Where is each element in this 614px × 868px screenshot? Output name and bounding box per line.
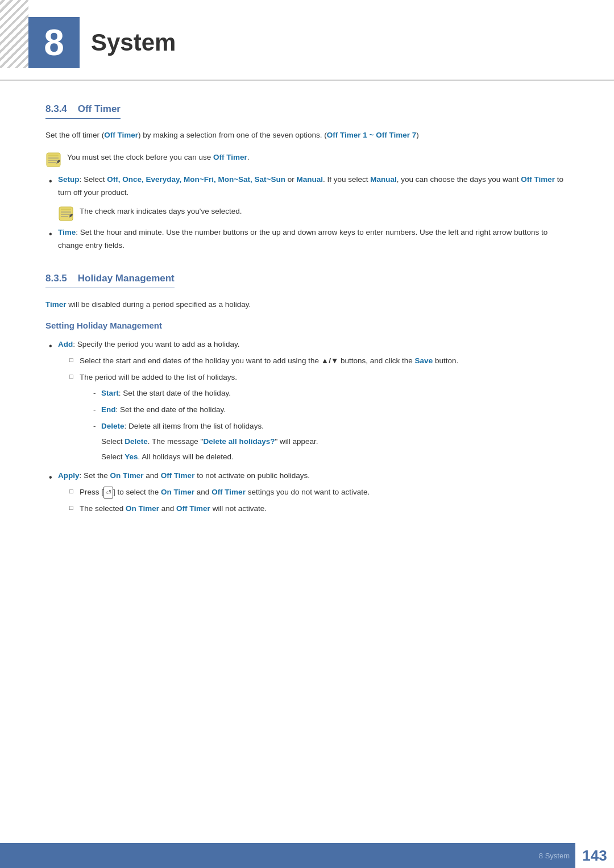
time-label: Time: [58, 228, 76, 236]
setting-holiday-heading: Setting Holiday Management: [45, 321, 569, 330]
setup-manual-2: Manual: [370, 175, 397, 184]
delete-note-2: Select Yes. All holidays will be deleted…: [101, 451, 569, 464]
note-icon-2: [58, 206, 74, 222]
setup-off-timer: Off Timer: [521, 175, 555, 184]
setup-label: Setup: [58, 175, 80, 184]
note-2-text: The check mark indicates days you've sel…: [80, 205, 242, 218]
dash-start: Start: Set the start date of the holiday…: [91, 387, 569, 400]
corner-decoration: [0, 0, 28, 68]
on-timer-hl-sub: On Timer: [161, 488, 194, 496]
section-835: 8.3.5 Holiday Management Timer will be d…: [45, 273, 569, 516]
delete-label: Delete: [101, 422, 125, 430]
section-834-time-bullet: Time: Set the hour and minute. Use the n…: [45, 226, 569, 252]
note-box-1: You must set the clock before you can us…: [45, 151, 569, 168]
footer-label: 8 System: [539, 852, 575, 860]
period-dash-list: Start: Set the start date of the holiday…: [91, 387, 569, 464]
section-834: 8.3.4 Off Timer Set the off timer (Off T…: [45, 103, 569, 252]
enter-icon: ⏎: [103, 487, 113, 499]
svg-rect-1: [48, 155, 59, 156]
on-timer-hl-apply: On Timer: [110, 471, 144, 480]
on-timer-hl-sub2: On Timer: [126, 504, 159, 513]
section-835-heading: 8.3.5 Holiday Management: [45, 273, 175, 288]
page-number: 143: [575, 843, 614, 868]
off-timer-range-hl: Off Timer 1 ~ Off Timer 7: [327, 131, 416, 139]
section-835-number: 8.3.5: [45, 273, 67, 284]
note-1-hl: Off Timer: [213, 153, 247, 161]
dash-end: End: Set the end date of the holiday.: [91, 404, 569, 417]
bullet-apply: Apply: Set the On Timer and Off Timer to…: [45, 470, 569, 516]
note-1-text: You must set the clock before you can us…: [67, 151, 249, 164]
add-sub-1: Select the start and end dates of the ho…: [69, 355, 569, 368]
add-label: Add: [58, 340, 73, 348]
section-834-bullets: Setup: Select Off, Once, Everyday, Mon~F…: [45, 173, 569, 200]
bullet-time: Time: Set the hour and minute. Use the n…: [45, 226, 569, 252]
start-label: Start: [101, 389, 119, 397]
add-sub-list: Select the start and end dates of the ho…: [69, 355, 569, 464]
yes-hl: Yes: [125, 452, 138, 461]
dash-delete: Delete: Delete all items from the list o…: [91, 420, 569, 464]
delete-note-1: Select Delete. The message "Delete all h…: [101, 435, 569, 448]
note-box-2: The check mark indicates days you've sel…: [58, 205, 569, 222]
setup-options: Off, Once, Everyday, Mon~Fri, Mon~Sat, S…: [107, 175, 285, 184]
chapter-number: 8: [28, 17, 80, 68]
page-header: 8 System: [0, 0, 614, 81]
section-835-title: Holiday Management: [78, 273, 175, 284]
holiday-bullets: Add: Specify the period you want to add …: [45, 338, 569, 516]
off-timer-hl-sub: Off Timer: [211, 488, 246, 496]
section-834-heading: 8.3.4 Off Timer: [45, 103, 121, 119]
apply-sub-2: The selected On Timer and Off Timer will…: [69, 502, 569, 516]
chapter-title: System: [91, 29, 176, 56]
section-834-intro: Set the off timer (Off Timer) by making …: [45, 129, 569, 142]
timer-hl: Timer: [45, 300, 67, 309]
section-835-intro: Timer will be disabled during a period s…: [45, 298, 569, 312]
bullet-add: Add: Specify the period you want to add …: [45, 338, 569, 464]
delete-all-hl: Delete all holidays?: [203, 437, 275, 446]
off-timer-hl-sub2: Off Timer: [176, 504, 210, 513]
off-timer-hl-1: Off Timer: [104, 131, 138, 139]
section-834-number: 8.3.4: [45, 103, 67, 114]
apply-sub-1: Press [⏎] to select the On Timer and Off…: [69, 486, 569, 499]
setup-manual: Manual: [297, 175, 323, 184]
bullet-setup: Setup: Select Off, Once, Everyday, Mon~F…: [45, 173, 569, 200]
section-834-title: Off Timer: [78, 103, 121, 114]
save-hl: Save: [415, 356, 433, 365]
note-icon-1: [45, 152, 61, 168]
end-label: End: [101, 405, 116, 414]
arrows-symbol: ▲/▼: [321, 356, 338, 365]
main-content: 8.3.4 Off Timer Set the off timer (Off T…: [0, 81, 614, 550]
apply-sub-list: Press [⏎] to select the On Timer and Off…: [69, 486, 569, 516]
page-footer: 8 System 143: [0, 843, 614, 868]
add-sub-2: The period will be added to the list of …: [69, 371, 569, 464]
off-timer-hl-apply: Off Timer: [161, 471, 195, 480]
apply-label: Apply: [58, 471, 80, 480]
svg-rect-6: [61, 209, 71, 210]
delete-hl: Delete: [125, 437, 148, 446]
